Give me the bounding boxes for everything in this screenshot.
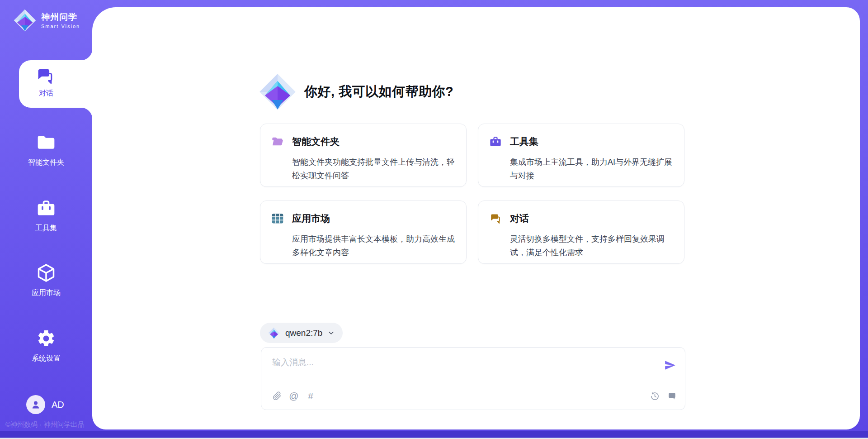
- sidebar-item-label: 系统设置: [0, 354, 92, 363]
- brand-name: 神州问学: [41, 12, 80, 23]
- brand-diamond-icon: [14, 9, 36, 32]
- folder-icon: [36, 133, 56, 153]
- bottom-band: [0, 431, 868, 438]
- composer-divider: [269, 384, 678, 384]
- feedback-button[interactable]: [667, 391, 677, 401]
- composer-tools-left: @ #: [272, 391, 316, 401]
- card-app-market[interactable]: 应用市场 应用市场提供丰富长文本模板，助力高效生成多样化文章内容: [260, 200, 467, 264]
- paperclip-icon: [273, 391, 282, 401]
- person-icon: [30, 399, 41, 410]
- card-title: 对话: [510, 212, 529, 225]
- app-market-icon: [36, 263, 56, 283]
- app-window: 神州问学 Smart Vision 对话 智能文件夹 工具集: [0, 0, 868, 439]
- sidebar-item-toolset[interactable]: 工具集: [0, 198, 92, 233]
- greeting-title: 你好, 我可以如何帮助你?: [304, 83, 453, 101]
- grid-icon: [271, 212, 284, 225]
- chat-icon: [489, 212, 502, 225]
- card-toolset[interactable]: 工具集 集成市场上主流工具，助力AI与外界无缝扩展与对接: [478, 124, 684, 187]
- brand-subtitle: Smart Vision: [41, 24, 80, 29]
- sidebar-item-label: 对话: [19, 89, 73, 98]
- hash-icon: #: [308, 391, 313, 401]
- folder-open-icon: [271, 135, 284, 148]
- model-selector[interactable]: qwen2:7b: [260, 323, 343, 343]
- sidebar-item-label: 应用市场: [0, 288, 92, 298]
- history-button[interactable]: [650, 391, 660, 401]
- model-diamond-icon: [268, 327, 280, 339]
- card-smart-folder[interactable]: 智能文件夹 智能文件夹功能支持批量文件上传与清洗，轻松实现文件问答: [260, 124, 467, 187]
- chat-icon: [35, 66, 55, 86]
- model-name: qwen2:7b: [285, 328, 322, 338]
- sidebar-item-chat[interactable]: 对话: [19, 60, 93, 108]
- attachment-button[interactable]: [272, 391, 282, 401]
- chat-bubble-icon: [667, 391, 677, 401]
- greeting-block: 你好, 我可以如何帮助你?: [259, 73, 453, 110]
- brand-logo: 神州问学 Smart Vision: [14, 9, 80, 32]
- history-icon: [650, 391, 660, 401]
- sidebar-item-label: 工具集: [0, 224, 92, 233]
- user-name: AD: [52, 400, 64, 410]
- card-title: 工具集: [510, 135, 538, 148]
- assistant-diamond-icon: [259, 73, 296, 110]
- copyright-footer: ©神州数码 · 神州问学出品: [5, 420, 84, 429]
- card-chat[interactable]: 对话 灵活切换多模型文件，支持多样回复效果调试，满足个性化需求: [478, 200, 684, 264]
- card-title: 应用市场: [292, 212, 330, 225]
- chevron-down-icon: [328, 329, 335, 336]
- user-account[interactable]: AD: [26, 395, 64, 414]
- sidebar-item-label: 智能文件夹: [0, 158, 92, 167]
- settings-icon: [36, 329, 56, 348]
- mention-icon: @: [289, 391, 298, 401]
- card-description: 应用市场提供丰富长文本模板，助力高效生成多样化文章内容: [292, 232, 459, 259]
- card-description: 集成市场上主流工具，助力AI与外界无缝扩展与对接: [510, 155, 677, 182]
- feature-cards: 智能文件夹 智能文件夹功能支持批量文件上传与清洗，轻松实现文件问答 工具集 集成…: [260, 124, 684, 264]
- message-composer: @ #: [261, 347, 685, 410]
- composer-tools-right: [650, 391, 677, 401]
- briefcase-icon: [489, 135, 502, 148]
- sidebar-item-smart-folder[interactable]: 智能文件夹: [0, 133, 92, 167]
- avatar: [26, 395, 45, 414]
- send-icon[interactable]: [664, 359, 676, 371]
- hash-button[interactable]: #: [306, 391, 316, 401]
- message-input[interactable]: [272, 355, 643, 370]
- toolbox-icon: [36, 198, 56, 218]
- mention-button[interactable]: @: [289, 391, 299, 401]
- sidebar-item-app-market[interactable]: 应用市场: [0, 263, 92, 298]
- card-description: 智能文件夹功能支持批量文件上传与清洗，轻松实现文件问答: [292, 155, 459, 182]
- sidebar-item-settings[interactable]: 系统设置: [0, 329, 92, 363]
- card-title: 智能文件夹: [292, 135, 340, 148]
- card-description: 灵活切换多模型文件，支持多样回复效果调试，满足个性化需求: [510, 232, 677, 259]
